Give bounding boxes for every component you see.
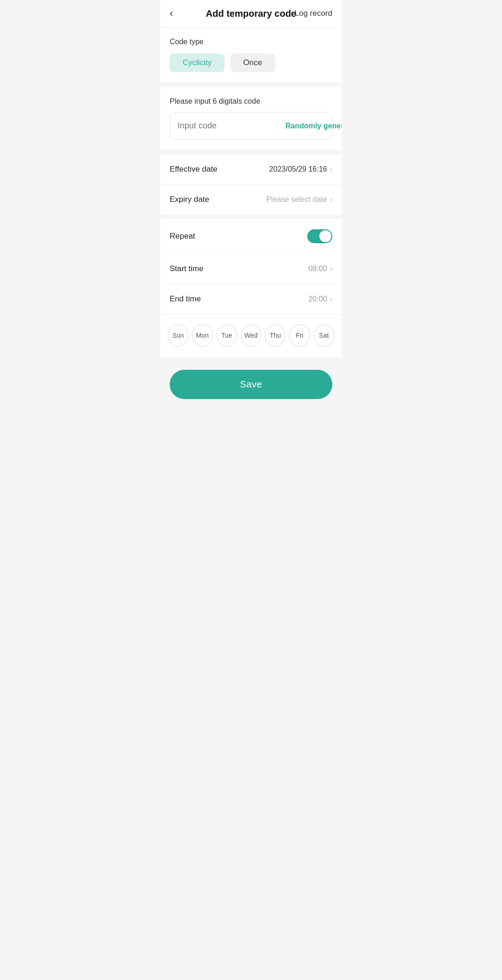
code-type-label: Code type <box>170 38 332 46</box>
page-title: Add temporary code <box>206 8 296 19</box>
code-type-section: Code type Cyclicity Once <box>160 27 342 82</box>
expiry-date-chevron: › <box>330 195 332 204</box>
end-time-value: 20:00 › <box>309 295 332 303</box>
code-input-label: Please input 6 digitals code <box>170 97 332 106</box>
toggle-knob <box>319 230 331 242</box>
end-time-text: 20:00 <box>309 295 327 303</box>
start-time-text: 08:00 <box>309 265 327 273</box>
header: ‹ Add temporary code Log record <box>160 0 342 27</box>
start-time-value: 08:00 › <box>309 265 332 273</box>
repeat-section: Repeat Start time 08:00 › End time 20:00… <box>160 219 342 314</box>
save-button[interactable]: Save <box>170 370 332 399</box>
code-type-buttons: Cyclicity Once <box>170 53 332 72</box>
expiry-date-row[interactable]: Expiry date Please select date › <box>160 185 342 214</box>
date-section: Effective date 2023/05/29 16:16 › Expiry… <box>160 154 342 214</box>
expiry-date-label: Expiry date <box>170 195 209 204</box>
start-time-chevron: › <box>330 265 332 273</box>
end-time-chevron: › <box>330 295 332 303</box>
randomly-generated-button[interactable]: Randomly generated <box>285 122 342 130</box>
effective-date-row[interactable]: Effective date 2023/05/29 16:16 › <box>160 154 342 185</box>
save-section: Save <box>160 359 342 413</box>
cyclicity-button[interactable]: Cyclicity <box>170 53 225 72</box>
effective-date-value: 2023/05/29 16:16 › <box>269 165 332 173</box>
effective-date-text: 2023/05/29 16:16 <box>269 165 327 173</box>
repeat-toggle[interactable] <box>307 229 332 243</box>
repeat-label: Repeat <box>170 232 195 241</box>
once-button[interactable]: Once <box>230 53 275 72</box>
log-record-button[interactable]: Log record <box>295 9 332 18</box>
end-time-row[interactable]: End time 20:00 › <box>160 284 342 314</box>
start-time-row[interactable]: Start time 08:00 › <box>160 254 342 284</box>
day-mon[interactable]: Mon <box>192 324 212 347</box>
day-wed[interactable]: Wed <box>241 324 261 347</box>
days-row: SunMonTueWedThuFriSat <box>168 324 334 347</box>
expiry-date-value: Please select date › <box>266 195 332 204</box>
start-time-label: Start time <box>170 264 204 273</box>
effective-date-chevron: › <box>330 165 332 173</box>
day-thu[interactable]: Thu <box>265 324 285 347</box>
code-input-field[interactable] <box>178 121 285 131</box>
day-fri[interactable]: Fri <box>289 324 310 347</box>
code-input-wrapper: Randomly generated <box>170 112 332 140</box>
day-sun[interactable]: Sun <box>168 324 188 347</box>
day-tue[interactable]: Tue <box>217 324 237 347</box>
day-sat[interactable]: Sat <box>314 324 334 347</box>
end-time-label: End time <box>170 294 201 304</box>
repeat-row: Repeat <box>160 219 342 254</box>
code-input-section: Please input 6 digitals code Randomly ge… <box>160 87 342 150</box>
back-button[interactable]: ‹ <box>170 8 173 19</box>
days-section: SunMonTueWedThuFriSat <box>160 315 342 358</box>
expiry-date-placeholder: Please select date <box>266 195 327 204</box>
effective-date-label: Effective date <box>170 165 218 174</box>
